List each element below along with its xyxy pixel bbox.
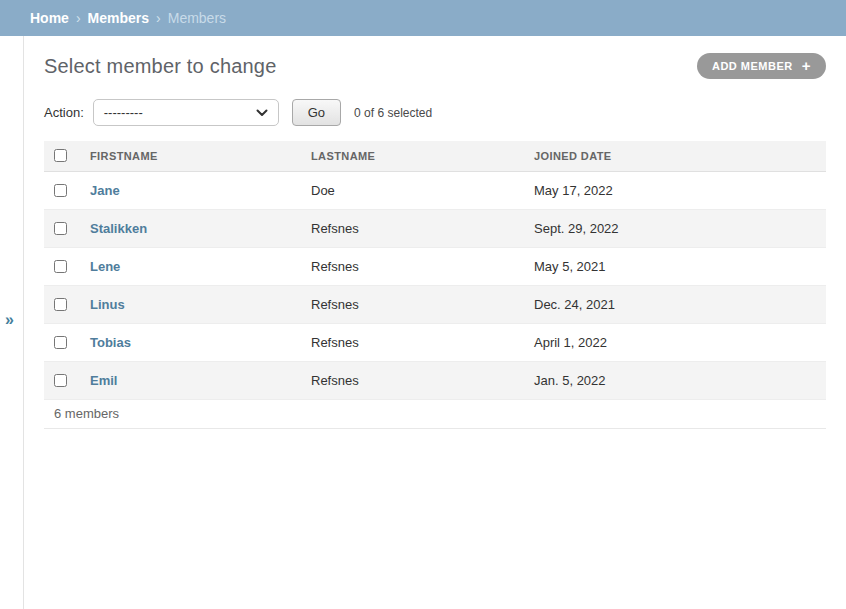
table-row: Emil Refsnes Jan. 5, 2022	[44, 361, 826, 399]
row-checkbox[interactable]	[54, 336, 67, 349]
breadcrumb-link-home[interactable]: Home	[30, 10, 69, 26]
member-link[interactable]: Emil	[90, 373, 117, 388]
cell-checkbox	[44, 285, 82, 323]
action-select-value: ---------	[104, 105, 143, 120]
cell-firstname: Linus	[82, 285, 303, 323]
select-all-checkbox[interactable]	[54, 149, 67, 162]
cell-lastname: Refsnes	[303, 361, 526, 399]
cell-joined-date: Sept. 29, 2022	[526, 209, 826, 247]
selection-counter: 0 of 6 selected	[354, 106, 432, 120]
table-row: Linus Refsnes Dec. 24, 2021	[44, 285, 826, 323]
cell-joined-date: April 1, 2022	[526, 323, 826, 361]
member-link[interactable]: Jane	[90, 183, 120, 198]
cell-lastname: Refsnes	[303, 209, 526, 247]
header-cell-joined-date: JOINED DATE	[526, 141, 826, 171]
cell-checkbox	[44, 361, 82, 399]
add-member-button[interactable]: ADD MEMBER +	[697, 53, 826, 79]
table-header-row: FIRSTNAME LASTNAME JOINED DATE	[44, 141, 826, 171]
go-button[interactable]: Go	[292, 99, 341, 126]
page-title: Select member to change	[44, 55, 277, 78]
cell-firstname: Emil	[82, 361, 303, 399]
sidebar-toggle-icon[interactable]: »	[5, 312, 14, 328]
breadcrumb-link-members[interactable]: Members	[88, 10, 149, 26]
row-checkbox[interactable]	[54, 298, 67, 311]
cell-checkbox	[44, 323, 82, 361]
table-row: Stalikken Refsnes Sept. 29, 2022	[44, 209, 826, 247]
cell-firstname: Stalikken	[82, 209, 303, 247]
cell-joined-date: May 17, 2022	[526, 171, 826, 209]
cell-joined-date: Jan. 5, 2022	[526, 361, 826, 399]
chevron-down-icon	[256, 109, 268, 117]
members-table: FIRSTNAME LASTNAME JOINED DATE Jane Doe …	[44, 141, 826, 400]
row-checkbox[interactable]	[54, 260, 67, 273]
cell-firstname: Tobias	[82, 323, 303, 361]
header-cell-lastname: LASTNAME	[303, 141, 526, 171]
sidebar-rail: »	[0, 36, 23, 609]
cell-checkbox	[44, 171, 82, 209]
header-cell-firstname: FIRSTNAME	[82, 141, 303, 171]
breadcrumb: Home › Members › Members	[0, 0, 846, 36]
action-select[interactable]: ---------	[93, 99, 279, 126]
actions-bar: Action: --------- Go 0 of 6 selected	[44, 99, 826, 126]
cell-lastname: Refsnes	[303, 285, 526, 323]
cell-lastname: Refsnes	[303, 323, 526, 361]
cell-lastname: Refsnes	[303, 247, 526, 285]
table-row: Jane Doe May 17, 2022	[44, 171, 826, 209]
member-link[interactable]: Lene	[90, 259, 120, 274]
member-link[interactable]: Linus	[90, 297, 125, 312]
page-header: Select member to change ADD MEMBER +	[44, 53, 826, 79]
breadcrumb-separator: ›	[76, 10, 81, 26]
cell-firstname: Jane	[82, 171, 303, 209]
cell-lastname: Doe	[303, 171, 526, 209]
plus-icon: +	[802, 58, 811, 73]
member-count-summary: 6 members	[44, 400, 826, 429]
header-cell-checkbox	[44, 141, 82, 171]
content-area: Select member to change ADD MEMBER + Act…	[23, 36, 846, 609]
table-row: Lene Refsnes May 5, 2021	[44, 247, 826, 285]
cell-checkbox	[44, 209, 82, 247]
cell-firstname: Lene	[82, 247, 303, 285]
row-checkbox[interactable]	[54, 184, 67, 197]
row-checkbox[interactable]	[54, 222, 67, 235]
add-member-button-label: ADD MEMBER	[712, 60, 793, 72]
member-link[interactable]: Stalikken	[90, 221, 147, 236]
breadcrumb-current-page: Members	[168, 10, 226, 26]
cell-joined-date: Dec. 24, 2021	[526, 285, 826, 323]
page-shell: » Select member to change ADD MEMBER + A…	[0, 36, 846, 609]
action-label: Action:	[44, 105, 84, 120]
cell-checkbox	[44, 247, 82, 285]
table-row: Tobias Refsnes April 1, 2022	[44, 323, 826, 361]
member-link[interactable]: Tobias	[90, 335, 131, 350]
breadcrumb-separator: ›	[156, 10, 161, 26]
row-checkbox[interactable]	[54, 374, 67, 387]
cell-joined-date: May 5, 2021	[526, 247, 826, 285]
